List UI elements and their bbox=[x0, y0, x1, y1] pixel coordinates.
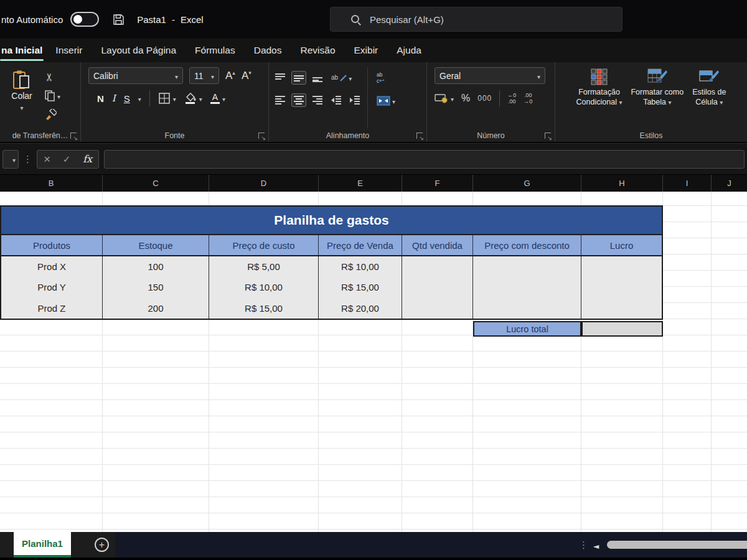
number-format-combobox[interactable]: Geral bbox=[435, 67, 545, 84]
column-header-h[interactable]: H bbox=[581, 175, 663, 192]
increase-indent-button[interactable] bbox=[347, 93, 362, 107]
copy-button[interactable] bbox=[45, 88, 60, 103]
cell[interactable] bbox=[402, 298, 472, 319]
insert-function-button[interactable]: fx bbox=[83, 153, 92, 165]
column-header-d[interactable]: D bbox=[209, 175, 319, 192]
wrap-text-button[interactable]: abc bbox=[374, 70, 398, 86]
cell[interactable]: Prod X bbox=[1, 256, 102, 277]
alignment-dialog-launcher-icon[interactable] bbox=[416, 133, 423, 139]
format-painter-button[interactable] bbox=[45, 107, 60, 122]
scroll-left-icon[interactable] bbox=[593, 540, 599, 551]
number-dialog-launcher-icon[interactable] bbox=[545, 133, 551, 139]
formula-bar-handle-icon[interactable] bbox=[23, 154, 32, 165]
align-top-button[interactable] bbox=[273, 71, 288, 85]
cell[interactable]: 200 bbox=[103, 298, 209, 319]
cell[interactable] bbox=[473, 277, 581, 297]
tab-revisao[interactable]: Revisão bbox=[291, 39, 345, 62]
cell[interactable]: R$ 15,00 bbox=[209, 298, 318, 319]
cell[interactable]: R$ 10,00 bbox=[319, 256, 402, 277]
underline-button[interactable]: S bbox=[124, 93, 130, 104]
font-size-combobox[interactable]: 11 bbox=[189, 67, 219, 84]
decrease-indent-button[interactable] bbox=[329, 93, 344, 107]
cell[interactable] bbox=[402, 277, 472, 297]
cancel-formula-icon[interactable] bbox=[44, 152, 50, 166]
increase-font-size-button[interactable]: A▴ bbox=[225, 70, 235, 82]
cell[interactable]: R$ 5,00 bbox=[209, 256, 318, 277]
align-center-button[interactable] bbox=[291, 93, 306, 107]
merge-center-button[interactable] bbox=[374, 93, 398, 109]
align-right-button[interactable] bbox=[310, 93, 325, 107]
cell[interactable]: R$ 10,00 bbox=[209, 277, 318, 297]
font-color-button[interactable]: A bbox=[210, 91, 225, 106]
cell[interactable]: R$ 15,00 bbox=[319, 277, 402, 297]
conditional-formatting-button[interactable]: FormataçãoCondicional bbox=[576, 68, 622, 128]
font-name-combobox[interactable]: Calibri bbox=[88, 67, 183, 84]
comma-style-button[interactable]: 000 bbox=[477, 94, 492, 103]
column-header-e[interactable]: E bbox=[319, 175, 402, 192]
decrease-font-size-button[interactable]: A▾ bbox=[242, 70, 251, 82]
fill-color-button[interactable] bbox=[184, 91, 202, 106]
tab-exibir[interactable]: Exibir bbox=[345, 39, 388, 62]
cell[interactable] bbox=[402, 256, 472, 277]
cell[interactable]: Prod Y bbox=[1, 277, 102, 297]
cell[interactable] bbox=[473, 298, 581, 319]
sheet-grid[interactable]: Planilha de gastos Produtos Estoque Preç… bbox=[0, 192, 747, 532]
header-qtd-vendida[interactable]: Qtd vendida bbox=[402, 235, 473, 255]
cell[interactable] bbox=[581, 298, 662, 319]
column-header-g[interactable]: G bbox=[473, 175, 581, 192]
header-produtos[interactable]: Produtos bbox=[1, 235, 103, 255]
tab-layout-da-pagina[interactable]: Layout da Página bbox=[92, 39, 186, 62]
save-button[interactable] bbox=[113, 14, 125, 26]
cut-button[interactable] bbox=[45, 70, 60, 85]
table-title[interactable]: Planilha de gastos bbox=[1, 207, 662, 235]
increase-decimal-button[interactable]: ←0.00 bbox=[507, 92, 516, 105]
orientation-button[interactable]: ab bbox=[329, 70, 354, 86]
name-box[interactable] bbox=[2, 150, 19, 169]
scrollbar-splitter-icon[interactable] bbox=[579, 539, 588, 551]
lucro-total-value-cell[interactable] bbox=[581, 321, 663, 337]
cell[interactable] bbox=[581, 277, 662, 297]
cell-styles-button[interactable]: Estilos deCélula bbox=[692, 68, 726, 128]
align-left-button[interactable] bbox=[273, 93, 288, 107]
accounting-format-button[interactable] bbox=[435, 91, 454, 106]
percent-style-button[interactable]: % bbox=[461, 93, 470, 104]
cell[interactable]: 100 bbox=[103, 256, 209, 277]
lucro-total-label-cell[interactable]: Lucro total bbox=[473, 321, 581, 337]
align-bottom-button[interactable] bbox=[310, 71, 325, 85]
column-header-j[interactable]: J bbox=[712, 175, 747, 192]
header-preco-custo[interactable]: Preço de custo bbox=[209, 235, 319, 255]
sheet-tab-planilha1[interactable]: Planilha1 bbox=[14, 532, 71, 558]
bold-button[interactable]: N bbox=[97, 93, 104, 104]
cell[interactable] bbox=[581, 256, 662, 277]
cell[interactable] bbox=[473, 256, 581, 277]
formula-input[interactable] bbox=[104, 150, 745, 169]
column-header-b[interactable]: B bbox=[0, 175, 103, 192]
column-header-c[interactable]: C bbox=[103, 175, 209, 192]
header-preco-desconto[interactable]: Preço com desconto bbox=[473, 235, 581, 255]
italic-button[interactable]: I bbox=[112, 93, 116, 104]
column-header-i[interactable]: I bbox=[663, 175, 712, 192]
tab-inserir[interactable]: Inserir bbox=[46, 39, 92, 62]
search-box[interactable]: Pesquisar (Alt+G) bbox=[330, 7, 622, 32]
confirm-formula-icon[interactable] bbox=[63, 154, 71, 165]
clipboard-dialog-launcher-icon[interactable] bbox=[70, 133, 77, 139]
paste-button[interactable]: Colar bbox=[4, 67, 40, 128]
column-header-f[interactable]: F bbox=[402, 175, 473, 192]
tab-ajuda[interactable]: Ajuda bbox=[387, 39, 431, 62]
decrease-decimal-button[interactable]: .00→0 bbox=[524, 92, 532, 105]
cell[interactable]: 150 bbox=[103, 277, 209, 297]
align-middle-button[interactable] bbox=[291, 71, 306, 85]
tab-formulas[interactable]: Fórmulas bbox=[186, 39, 245, 62]
cell[interactable]: Prod Z bbox=[1, 298, 102, 319]
format-as-table-button[interactable]: Formatar comoTabela bbox=[631, 68, 684, 128]
header-lucro[interactable]: Lucro bbox=[581, 235, 662, 255]
tab-dados[interactable]: Dados bbox=[245, 39, 291, 62]
cell[interactable]: R$ 20,00 bbox=[319, 298, 402, 319]
autosave-toggle[interactable] bbox=[70, 12, 99, 27]
header-preco-venda[interactable]: Preço de Venda bbox=[319, 235, 402, 255]
font-dialog-launcher-icon[interactable] bbox=[258, 133, 265, 139]
borders-button[interactable] bbox=[158, 91, 176, 106]
tab-pagina-inicial[interactable]: na Inicial bbox=[0, 39, 46, 62]
add-sheet-button[interactable] bbox=[95, 538, 109, 552]
header-estoque[interactable]: Estoque bbox=[103, 235, 209, 255]
